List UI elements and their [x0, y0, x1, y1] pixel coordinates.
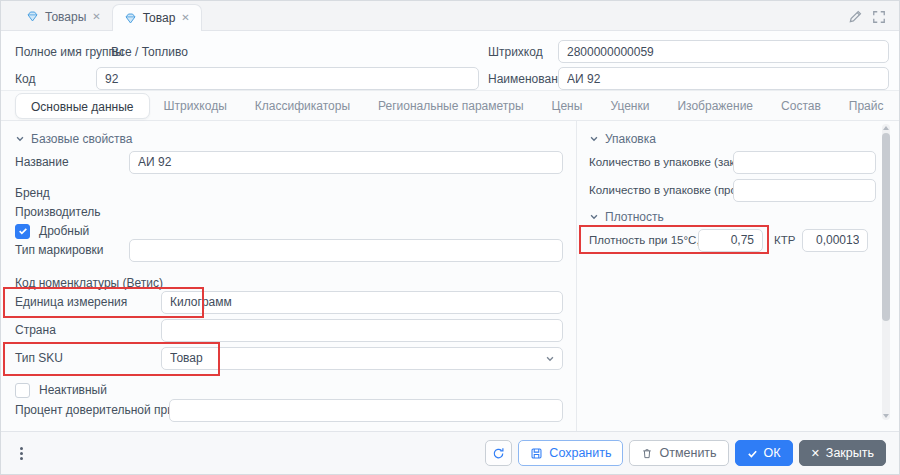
ktr-label: КТР [774, 234, 795, 246]
trash-icon [641, 447, 653, 460]
close-icon[interactable]: ✕ [92, 12, 100, 22]
kebab-menu-icon[interactable] [14, 443, 29, 464]
chevron-down-icon [15, 134, 25, 144]
chevron-down-icon [545, 354, 555, 364]
tab-regional-params[interactable]: Региональные параметры [364, 93, 538, 119]
window-tab-label: Товары [45, 10, 86, 24]
save-icon [530, 447, 543, 460]
cancel-button[interactable]: Отменить [629, 440, 728, 466]
check-icon [18, 226, 28, 236]
tab-image[interactable]: Изображение [663, 93, 767, 119]
country-label: Страна [15, 323, 161, 337]
section-basic-properties[interactable]: Базовые свойства [15, 127, 563, 151]
barcode-label: Штрихкод [488, 45, 543, 59]
window-tab-label: Товар [143, 11, 176, 25]
tab-price-list[interactable]: Прайс [835, 93, 898, 119]
sku-type-label: Тип SKU [15, 351, 161, 365]
refresh-button[interactable] [485, 440, 512, 466]
scrollbar-thumb[interactable] [882, 133, 890, 321]
fractional-checkbox[interactable] [15, 224, 30, 239]
product-name-input[interactable] [129, 151, 563, 174]
unit-input[interactable] [161, 291, 563, 314]
window-tab-strip: Товары ✕ Товар ✕ [1, 1, 899, 31]
brand-label: Бренд [15, 186, 50, 200]
header-form: Полное имя группы Все / Топливо Штрихкод… [1, 31, 899, 91]
pack-sale-input[interactable] [733, 179, 876, 202]
close-icon[interactable]: ✕ [181, 13, 189, 23]
save-button[interactable]: Сохранить [518, 440, 623, 466]
fractional-label: Дробный [39, 224, 89, 238]
pack-sale-label: Количество в упаковке (продажа) [589, 184, 733, 196]
main-tab-bar: Основные данные Штрихкоды Классификаторы… [1, 91, 899, 121]
pack-purchase-input[interactable] [733, 151, 876, 174]
chevron-down-icon [589, 212, 599, 222]
footer-bar: Сохранить Отменить ОК ✕ Закрыть [1, 431, 899, 474]
name-input[interactable] [558, 67, 889, 90]
trust-percent-label: Процент доверительной приемки [15, 403, 169, 417]
refresh-icon [492, 447, 505, 460]
tab-main-data[interactable]: Основные данные [15, 93, 150, 119]
sku-type-select[interactable] [161, 347, 563, 370]
tab-barcodes[interactable]: Штрихкоды [150, 93, 241, 119]
close-icon: ✕ [811, 448, 820, 459]
pack-purchase-label: Количество в упаковке (закупка) [589, 156, 733, 168]
close-button[interactable]: ✕ Закрыть [799, 440, 886, 466]
basic-properties-panel: Базовые свойства Название Бренд Производ… [1, 121, 577, 433]
marking-type-input[interactable] [129, 239, 563, 262]
density-input[interactable] [698, 229, 763, 252]
country-input[interactable] [161, 319, 563, 342]
expand-icon[interactable] [872, 10, 886, 24]
scroll-down-icon[interactable] [883, 414, 889, 418]
product-card-window: Товары ✕ Товар ✕ Полное имя группы Все /… [0, 0, 900, 475]
section-density[interactable]: Плотность [589, 205, 876, 229]
barcode-input[interactable] [558, 40, 889, 63]
manufacturer-label: Производитель [15, 205, 100, 219]
code-label: Код [15, 72, 35, 86]
product-icon [26, 10, 39, 23]
window-tab-products[interactable]: Товары ✕ [15, 3, 112, 30]
code-input[interactable] [96, 67, 479, 90]
chevron-down-icon [589, 134, 599, 144]
unit-label: Единица измерения [15, 295, 161, 309]
check-icon [747, 448, 758, 459]
tab-markdowns[interactable]: Уценки [596, 93, 663, 119]
product-icon [124, 12, 137, 25]
inactive-checkbox[interactable] [15, 383, 30, 398]
vertical-scrollbar[interactable] [882, 124, 890, 420]
tab-composition[interactable]: Состав [767, 93, 835, 119]
packaging-density-panel: Упаковка Количество в упаковке (закупка)… [577, 121, 899, 433]
ktr-input[interactable] [802, 229, 868, 252]
density-label: Плотность при 15°С, кг/л [589, 234, 698, 246]
product-name-label: Название [15, 155, 129, 169]
group-name-value: Все / Топливо [111, 45, 188, 59]
ok-button[interactable]: ОК [735, 440, 793, 466]
tab-prices[interactable]: Цены [538, 93, 597, 119]
marking-type-label: Тип маркировки [15, 243, 129, 257]
group-name-label: Полное имя группы [15, 45, 124, 59]
tab-classifiers[interactable]: Классификаторы [241, 93, 364, 119]
trust-percent-input[interactable] [169, 399, 563, 422]
section-packaging[interactable]: Упаковка [589, 127, 876, 151]
window-tab-product[interactable]: Товар ✕ [112, 4, 202, 31]
edit-icon[interactable] [848, 9, 863, 24]
scroll-up-icon[interactable] [883, 126, 889, 130]
inactive-label: Неактивный [39, 383, 107, 397]
vetis-code-label: Код номенклатуры (Ветис) [15, 276, 163, 290]
